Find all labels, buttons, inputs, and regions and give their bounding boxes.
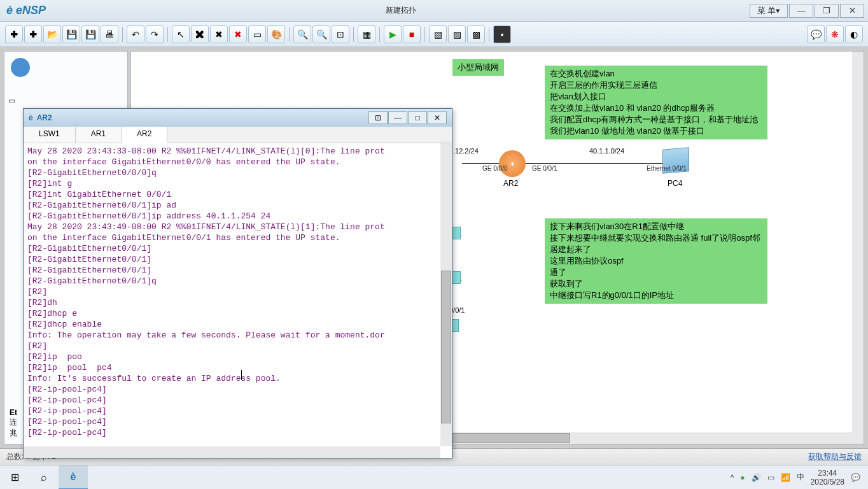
close-button[interactable]: ✕ [840,4,864,18]
terminal-tab-lsw1[interactable]: LSW1 [24,127,76,143]
terminal-close-button[interactable]: ✕ [428,111,447,124]
help-feedback-link[interactable]: 获取帮助与反馈 [808,451,862,462]
cli-button[interactable]: ▪ [493,25,511,43]
terminal-scrollbar-h[interactable] [24,446,440,458]
separator [379,27,380,42]
new-button[interactable]: 🞤 [24,25,42,43]
ip-label-1: .12.2/24 [453,147,479,155]
text-cursor [241,370,242,380]
terminal-title: AR2 [37,113,368,122]
help-button[interactable]: 💬 [807,25,825,43]
zoomin-button[interactable]: 🔍 [293,25,311,43]
windows-taskbar: ⊞ ⌕ è ^ ● 🔊 ▭ 📶 中 23:442020/5/28 💬 [0,465,868,489]
main-toolbar: 🞤 🞤 📂 💾 💾 🖶 ↶ ↷ ↖ 🞮 ✖ ✖ ▭ 🎨 🔍 🔍 ⊡ ▦ ▶ ■ … [0,22,868,47]
note-lan[interactable]: 小型局域网 [452,59,504,76]
terminal-tabs: LSW1 AR1 AR2 [24,127,452,143]
terminal-scrollbar-v[interactable] [440,143,452,446]
separator [122,27,123,42]
terminal-option-button[interactable]: ⊡ [368,111,388,124]
label-pc4: PC4 [668,179,682,188]
menu-button[interactable]: 菜 单 ▾ [750,4,788,18]
huawei-button[interactable]: ❋ [826,25,844,43]
tray-wifi-icon[interactable]: 📶 [781,473,790,482]
start-button[interactable]: ⊞ [0,465,29,490]
tray-battery-icon[interactable]: ▭ [767,473,774,482]
router-icon: ✦ [499,150,526,177]
terminal-tab-ar2[interactable]: AR2 [122,127,167,143]
port-eth001: Ethernet 0/0/1 [647,165,687,172]
tray-ime[interactable]: 中 [797,472,804,483]
terminal-maximize-button[interactable]: □ [408,111,427,124]
import-button[interactable]: ▩ [467,25,485,43]
port-ge001: GE 0/0/1 [532,165,557,172]
link-1 [462,163,500,164]
workspace: ▭ Et 连 兆 小型局域网 在交换机创建vlan 开启三层的作用实现三层通信 … [0,47,868,448]
maximize-button[interactable]: ❐ [815,4,839,18]
stop-button[interactable]: ■ [403,25,421,43]
ip-label-2: 40.1.1.0/24 [589,147,624,155]
tray-volume-icon[interactable]: 🔊 [752,473,761,482]
terminal-output[interactable]: May 28 2020 23:43:33-08:00 R2 %%01IFNET/… [24,143,440,446]
device-ar2[interactable]: ✦ [499,150,526,177]
taskbar-ensp[interactable]: è [59,465,88,490]
tray-chevron-icon[interactable]: ^ [731,473,734,482]
separator [289,27,290,42]
redo-button[interactable]: ↷ [146,25,164,43]
separator [424,27,425,42]
separator [167,27,168,42]
terminal-minimize-button[interactable]: — [388,111,407,124]
minimize-button[interactable]: — [789,4,813,18]
open-button[interactable]: 📂 [43,25,61,43]
zoomout-button[interactable]: 🔍 [312,25,330,43]
canvas-scrollbar-v[interactable] [852,52,864,432]
fit-button[interactable]: ⊡ [332,25,349,43]
delete-button[interactable]: 🞮 [191,25,209,43]
export-button[interactable]: ▨ [448,25,466,43]
titlebar: è eNSP 新建拓扑 菜 单 ▾ — ❐ ✕ [0,0,868,22]
search-button[interactable]: ⌕ [29,465,59,490]
tray-clock[interactable]: 23:442020/5/28 [811,469,844,486]
terminal-titlebar[interactable]: è AR2 ⊡ — □ ✕ [24,109,452,127]
terminal-icon: è [29,113,33,122]
text-button[interactable]: ▭ [248,25,266,43]
start-button[interactable]: ▶ [384,25,402,43]
scrollbar-thumb[interactable] [441,271,451,423]
capture-button[interactable]: ▧ [429,25,447,43]
topo-button[interactable]: ▦ [358,25,375,43]
app-logo: è eNSP [0,4,52,17]
print-button[interactable]: 🖶 [101,25,118,43]
note-vlan[interactable]: 在交换机创建vlan 开启三层的作用实现三层通信 把vlan划入接口 在交换加上… [545,66,767,139]
pointer-button[interactable]: ↖ [172,25,190,43]
label-ar2: AR2 [503,179,518,188]
separator [489,27,489,42]
new-topo-button[interactable]: 🞤 [5,25,23,43]
saveas-button[interactable]: 💾 [81,25,99,43]
device-category-icon[interactable] [11,58,30,77]
terminal-window: è AR2 ⊡ — □ ✕ LSW1 AR1 AR2 May 28 2020 2… [23,108,452,458]
broom-button[interactable]: ✖ [210,25,228,43]
device-icon[interactable]: ▭ [8,96,15,105]
delete2-button[interactable]: ✖ [229,25,247,43]
palette-button[interactable]: 🎨 [267,25,285,43]
window-title: 新建拓扑 [52,5,750,16]
about-button[interactable]: ◐ [845,25,863,43]
link-2 [526,163,666,164]
system-tray: ^ ● 🔊 ▭ 📶 中 23:442020/5/28 💬 [723,469,868,486]
note-relay[interactable]: 接下来啊我们vlan30在R1配置做中继 接下来想要中继就要实现交换和路由器通 … [545,218,767,304]
tray-network-icon[interactable]: ● [740,473,745,482]
tray-notifications-icon[interactable]: 💬 [851,473,860,482]
port-ge000: GE 0/0/0 [482,165,507,172]
undo-button[interactable]: ↶ [127,25,144,43]
save-button[interactable]: 💾 [62,25,80,43]
separator [353,27,354,42]
terminal-tab-ar1[interactable]: AR1 [76,127,122,143]
